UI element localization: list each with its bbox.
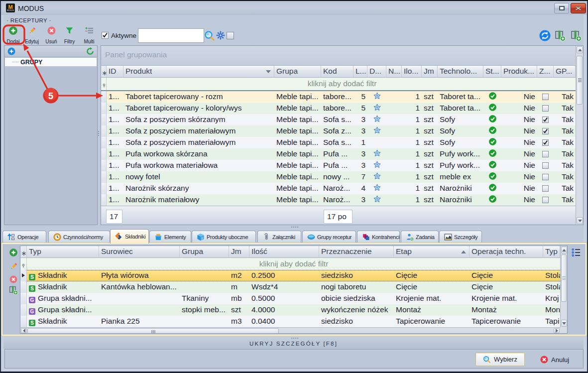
column-header-gp[interactable]: GP... <box>554 66 576 77</box>
add-group-button[interactable] <box>7 47 15 55</box>
checkbox-unchecked[interactable] <box>542 105 549 112</box>
checkbox-checked[interactable] <box>542 117 549 123</box>
grid-row[interactable]: 1...Pufa workowa skórzanaMeble tapi...Pu… <box>101 148 583 160</box>
horizontal-splitter-top[interactable] <box>291 226 298 228</box>
scroll-down-button[interactable] <box>561 320 567 327</box>
checkbox-checked[interactable] <box>542 139 549 146</box>
column-header-z[interactable]: Z... <box>537 66 554 77</box>
tab-czynnocinormy[interactable]: Czynności/normy <box>48 231 110 243</box>
cancel-button[interactable]: Anuluj <box>540 354 569 366</box>
refresh-button[interactable] <box>539 30 551 41</box>
scroll-thumb[interactable] <box>27 328 279 334</box>
toolbar-button-edytuj[interactable]: Edytuj <box>22 26 42 44</box>
grid-row[interactable]: 1...Narożnik materiałowyMeble tapi...Nar… <box>101 194 583 206</box>
grid-row[interactable]: 1...Pufa workowa materiałowaMeble tapi..… <box>101 160 583 171</box>
detail-delete-button[interactable] <box>8 275 18 284</box>
tab-zadania[interactable]: Zadania <box>401 231 439 243</box>
auto-filter-row[interactable]: kliknij aby dodać filtr <box>20 258 567 270</box>
tab-grupyreceptur[interactable]: Grupy receptur <box>302 231 356 243</box>
toolbar-button-filtry[interactable]: Filtry <box>60 26 79 44</box>
checkbox-unchecked[interactable] <box>542 162 549 169</box>
column-header-tech[interactable]: Technolo... <box>438 66 483 77</box>
vertical-splitter[interactable] <box>98 130 100 137</box>
checkbox-unchecked[interactable] <box>542 185 549 192</box>
tree-item-grupy[interactable]: GRUPY <box>5 58 97 66</box>
column-header-etap[interactable]: Etap <box>394 246 470 257</box>
scroll-up-button[interactable] <box>561 247 567 253</box>
group-panel[interactable]: Panel grupowania <box>101 46 583 66</box>
grid-row[interactable]: SSkładnikPłyta wiórowam20.2500siedziskoC… <box>20 270 567 281</box>
column-header-l[interactable]: L... <box>353 66 367 77</box>
toolbar-button-dodaj[interactable]: Dodaj <box>4 26 22 44</box>
settings-gear-icon[interactable] <box>216 31 225 40</box>
tab-operacje[interactable]: Operacje <box>2 231 46 243</box>
horizontal-splitter-bottom[interactable] <box>291 337 298 339</box>
column-header-jm[interactable]: Jm <box>422 66 438 77</box>
tab-zaczniki[interactable]: Załączniki <box>257 231 301 243</box>
grid-row[interactable]: 1...Sofa z poszyciem skórzanymMeble tapi… <box>101 114 583 125</box>
tab-produktyuboczne[interactable]: ? Produkty uboczne <box>192 231 256 243</box>
column-header-id[interactable]: ID <box>107 66 123 77</box>
tab-szczegy[interactable]: Szczegóły <box>439 231 482 243</box>
tab-elementy[interactable]: Elementy <box>149 231 191 243</box>
scroll-thumb[interactable] <box>561 254 567 302</box>
column-header-grupa[interactable]: Grupa <box>180 246 229 257</box>
restore-button[interactable] <box>554 3 569 13</box>
scroll-up-button[interactable] <box>577 46 583 53</box>
checkbox-unchecked[interactable] <box>542 197 549 203</box>
detail-add-column-button[interactable] <box>8 286 18 295</box>
column-header-produkt[interactable]: Produkt <box>123 66 274 77</box>
column-header-typ2[interactable]: Typ <box>543 246 560 257</box>
checkbox-unchecked[interactable] <box>542 174 549 180</box>
column-header-ilo[interactable]: Ilo... <box>402 66 422 77</box>
grid-row[interactable]: GGrupa składni...Tkaninymb0.5000obicie s… <box>20 293 567 304</box>
secondary-checkbox[interactable] <box>227 32 234 39</box>
detail-add-button[interactable] <box>8 248 18 257</box>
column-header-d[interactable]: D... <box>367 66 386 77</box>
grid-row[interactable]: 1...Taboret tapicerowany - kolory/wysMeb… <box>101 103 583 114</box>
grid-row[interactable]: SSkładnikKantówka heblowan...mWsdz*4nogi… <box>20 281 567 293</box>
detail-edit-button[interactable] <box>8 261 18 270</box>
refresh-groups-button[interactable] <box>86 47 94 55</box>
grid-row[interactable]: GGrupa składni...stopki meb...szt4.0000w… <box>20 304 567 316</box>
grid-row[interactable]: 1...Narożnik skórzanyMeble tapi...Naroż.… <box>101 183 583 194</box>
select-button[interactable]: Wybierz <box>475 353 525 366</box>
scroll-right-button[interactable] <box>554 328 560 333</box>
scroll-left-button[interactable] <box>21 328 27 333</box>
search-input[interactable] <box>138 28 204 43</box>
column-header-n[interactable]: N... <box>386 66 402 77</box>
column-header-kod[interactable]: Kod <box>321 66 353 77</box>
grid-row[interactable]: SSkładnikPianka 225m30.0400siedziskoTapi… <box>20 316 567 327</box>
column-chooser-icon[interactable] <box>571 247 582 258</box>
checkbox-unchecked[interactable] <box>542 94 549 100</box>
scroll-thumb[interactable] <box>577 56 583 105</box>
components-grid-vscrollbar[interactable] <box>560 246 568 327</box>
column-header-produk[interactable]: Produk... <box>501 66 537 77</box>
add-column-view-button-2[interactable] <box>570 30 582 41</box>
column-header-jm[interactable]: Jm <box>229 246 249 257</box>
grid-row[interactable]: 1...Sofa z poszyciem materiałowymMeble t… <box>101 137 583 148</box>
toolbar-button-usu[interactable]: Usuń <box>42 26 60 44</box>
column-header-ilosc[interactable]: Ilość <box>249 246 319 257</box>
column-header-oper[interactable]: Operacja techn. <box>470 246 543 257</box>
grid-row[interactable]: 1...Taboret tapicerowany - rozmMeble tap… <box>101 91 583 103</box>
column-header-st[interactable]: St... <box>483 66 501 77</box>
toolbar-button-multi[interactable]: Multi <box>79 26 100 44</box>
column-header-grupa[interactable]: Grupa <box>274 66 321 77</box>
auto-filter-row[interactable]: kliknij aby dodać filtr <box>101 78 583 90</box>
grid-row[interactable]: 1...Sofa z poszyciem materiałowymMeble t… <box>101 125 583 137</box>
active-filter-checkbox[interactable] <box>102 32 109 39</box>
column-header-surowiec[interactable]: Surowiec <box>99 246 180 257</box>
scroll-down-button[interactable] <box>577 217 583 224</box>
column-header-przezn[interactable]: Przeznaczenie <box>319 246 394 257</box>
grid-row[interactable]: 1...nowy fotelMeble tapi...nowy ...71szt… <box>101 171 583 183</box>
close-button[interactable] <box>571 3 586 13</box>
tab-kontrahenci[interactable]: Kontrahenci <box>357 231 400 243</box>
column-header-typ[interactable]: Typ <box>27 246 99 257</box>
components-grid-hscrollbar[interactable] <box>20 327 560 334</box>
add-column-view-button[interactable] <box>554 30 566 41</box>
checkbox-checked[interactable] <box>542 128 549 134</box>
recipes-grid-vscrollbar[interactable] <box>576 46 584 225</box>
checkbox-unchecked[interactable] <box>542 151 549 157</box>
search-icon[interactable] <box>204 30 215 41</box>
